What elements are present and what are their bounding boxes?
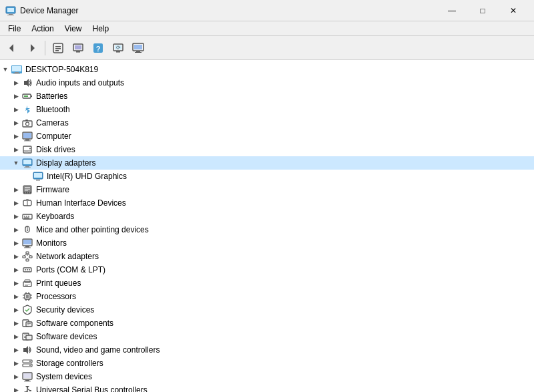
tree-item-usb[interactable]: ▶ Universal Serial Bus controllers [0, 383, 534, 392]
tree-item-sound[interactable]: ▶ Sound, video and game controllers [0, 343, 534, 357]
batteries-label: Batteries [36, 91, 67, 101]
sound-toggle[interactable]: ▶ [11, 343, 21, 357]
tree-item-ports[interactable]: ▶ Ports (COM & LPT) [0, 263, 534, 276]
tree-item-audio[interactable]: ▶ Audio inputs and outputs [0, 76, 534, 89]
storage-toggle[interactable]: ▶ [11, 357, 21, 370]
tree-item-keyboards[interactable]: ▶ Keyboards [0, 210, 534, 223]
svg-rect-63 [28, 216, 29, 217]
ports-toggle[interactable]: ▶ [11, 263, 21, 276]
tree-item-sw-components[interactable]: ▶ Software components [0, 317, 534, 330]
svg-marker-27 [24, 79, 29, 87]
forward-button[interactable] [23, 39, 41, 57]
close-button[interactable]: ✕ [498, 0, 529, 21]
sound-label: Sound, video and game controllers [36, 345, 160, 355]
menu-help[interactable]: Help [87, 23, 115, 35]
tree-item-monitors[interactable]: ▶ Monitors [0, 236, 534, 250]
svg-rect-11 [75, 45, 81, 49]
svg-rect-115 [24, 381, 31, 382]
sw-components-toggle[interactable]: ▶ [11, 317, 21, 330]
print-label: Print queues [36, 278, 81, 288]
firmware-toggle[interactable]: ▶ [11, 183, 21, 196]
tree-item-system[interactable]: ▶ System devices [0, 370, 534, 383]
usb-icon [21, 384, 33, 392]
network-toggle[interactable]: ▶ [11, 250, 21, 263]
storage-label: Storage controllers [36, 359, 103, 368]
sw-devices-toggle[interactable]: ▶ [11, 330, 21, 343]
tree-item-disk[interactable]: ▶ Disk drives [0, 143, 534, 156]
svg-rect-52 [25, 190, 28, 191]
tree-item-security[interactable]: ▶ Security devices [0, 303, 534, 317]
audio-label: Audio inputs and outputs [36, 78, 124, 87]
usb-toggle[interactable]: ▶ [11, 383, 21, 392]
svg-rect-51 [25, 189, 30, 190]
svg-rect-99 [26, 322, 32, 327]
system-toggle[interactable]: ▶ [11, 370, 21, 383]
monitors-toggle[interactable]: ▶ [11, 236, 21, 250]
tree-item-storage[interactable]: ▶ Storage controllers [0, 357, 534, 370]
batteries-toggle[interactable]: ▶ [11, 89, 21, 103]
processors-toggle[interactable]: ▶ [11, 290, 21, 303]
computer-toggle[interactable]: ▶ [11, 130, 21, 143]
hid-toggle[interactable]: ▶ [11, 196, 21, 210]
sound-icon [21, 344, 33, 356]
svg-point-81 [25, 269, 26, 270]
svg-rect-35 [23, 133, 31, 138]
tree-item-sw-devices[interactable]: ▶ Software devices [0, 330, 534, 343]
display-icon [21, 157, 33, 169]
display-toggle[interactable]: ▼ [11, 156, 21, 170]
scan-button[interactable]: ⟳ [109, 39, 127, 57]
tree-item-print[interactable]: ▶ Print queues [0, 276, 534, 290]
tree-item-processors[interactable]: ▶ Processors [0, 290, 534, 303]
tree-item-firmware[interactable]: ▶ Firmware [0, 183, 534, 196]
svg-rect-64 [24, 218, 29, 219]
tree-item-computer[interactable]: ▶ Computer [0, 130, 534, 143]
tree-item-mice[interactable]: ▶ Mice and other pointing devices [0, 223, 534, 236]
system-icon [21, 371, 33, 383]
menu-file[interactable]: File [3, 23, 26, 35]
tree-root[interactable]: ▼ DESKTOP-504K819 [0, 63, 534, 76]
bluetooth-toggle[interactable]: ▶ [11, 103, 21, 116]
tree-item-cameras[interactable]: ▶ Cameras [0, 116, 534, 130]
firmware-icon [21, 184, 33, 196]
display-button[interactable] [129, 39, 148, 57]
app-icon [5, 5, 16, 16]
root-toggle[interactable]: ▼ [0, 63, 11, 76]
print-toggle[interactable]: ▶ [11, 276, 21, 290]
tree-item-network[interactable]: ▶ Network adapters [0, 250, 534, 263]
firmware-label: Firmware [36, 185, 69, 194]
tree-item-display[interactable]: ▼ Display adapters [0, 156, 534, 170]
keyboards-label: Keyboards [36, 212, 74, 221]
svg-rect-41 [25, 152, 28, 153]
menu-view[interactable]: View [59, 23, 87, 35]
tree-item-batteries[interactable]: ▶ Batteries [0, 89, 534, 103]
svg-rect-24 [12, 66, 21, 71]
svg-rect-9 [55, 50, 59, 51]
minimize-button[interactable]: — [437, 0, 467, 21]
svg-rect-12 [76, 51, 80, 53]
disk-toggle[interactable]: ▶ [11, 143, 21, 156]
toolbar: ? ⟳ [0, 36, 534, 60]
back-button[interactable] [3, 39, 21, 57]
svg-marker-4 [9, 44, 13, 52]
svg-point-83 [29, 269, 30, 270]
audio-icon [21, 77, 33, 89]
svg-rect-101 [27, 325, 29, 325]
svg-rect-71 [24, 248, 31, 248]
help-button[interactable]: ? [89, 39, 107, 57]
tree-item-intel-uhd[interactable]: ▶ Intel(R) UHD Graphics [0, 170, 534, 183]
tree-item-bluetooth[interactable]: ▶ Bluetooth [0, 103, 534, 116]
network-label: Network adapters [36, 252, 99, 261]
maximize-button[interactable]: □ [467, 0, 498, 21]
cameras-toggle[interactable]: ▶ [11, 116, 21, 130]
audio-toggle[interactable]: ▶ [11, 76, 21, 89]
svg-rect-70 [25, 246, 29, 248]
tree-item-hid[interactable]: ▶ Human Interface Devices [0, 196, 534, 210]
keyboards-toggle[interactable]: ▶ [11, 210, 21, 223]
svg-point-82 [27, 269, 28, 270]
update-driver-button[interactable] [69, 39, 87, 57]
mice-toggle[interactable]: ▶ [11, 223, 21, 236]
menu-action[interactable]: Action [26, 23, 59, 35]
security-toggle[interactable]: ▶ [11, 303, 21, 317]
main-content[interactable]: ▼ DESKTOP-504K819 ▶ [0, 60, 534, 392]
properties-button[interactable] [49, 39, 67, 57]
